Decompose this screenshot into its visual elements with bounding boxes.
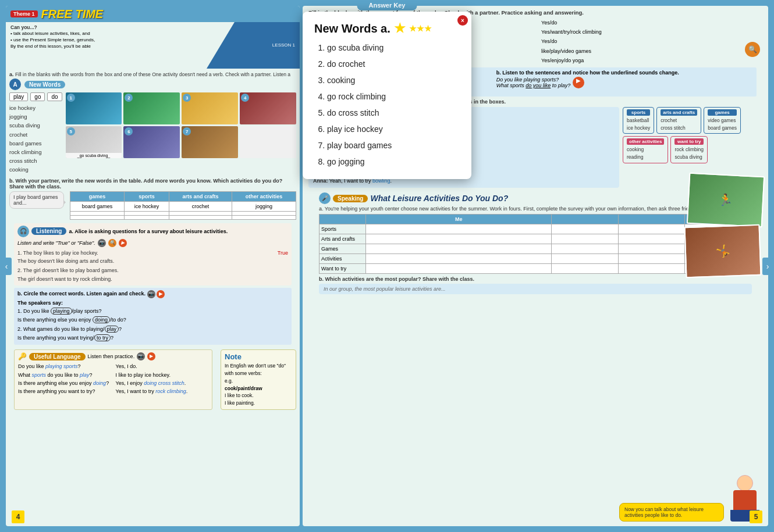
popular-answer-box: In our group, the most popular leisure a… xyxy=(319,284,752,294)
speakers-say: The speakers say: xyxy=(17,300,288,306)
table-section: b. With your partner, write the new word… xyxy=(9,177,296,221)
modal-stars: ★★★ xyxy=(409,24,432,33)
answer-item-3: cooking xyxy=(327,72,460,88)
word-box-sports: sports basketballice hockey xyxy=(623,107,654,134)
listen-instruction-b: Listen and write "True" or "False". xyxy=(17,240,95,246)
listening-icon: 🎧 xyxy=(17,226,29,237)
verb-play: play xyxy=(9,92,28,101)
mic-icon: 📷 xyxy=(98,239,106,247)
can-you-area: Can you...? • talk about leisure activit… xyxy=(6,22,207,52)
page-number-left: 4 xyxy=(12,510,24,523)
left-top-bar: Theme 1 FREE TIME xyxy=(6,6,300,22)
image-3: 3 xyxy=(182,92,238,124)
activities-table: games sports arts and crafts other activ… xyxy=(70,191,296,220)
row-sports: Sports xyxy=(319,224,366,234)
image-placeholder xyxy=(240,126,296,158)
character-speech-bubble: Now you can talk about what leisure acti… xyxy=(619,503,724,522)
next-icon: › xyxy=(766,262,769,271)
note-content: In English we don't use "do" with some v… xyxy=(225,362,292,407)
image-1: 1 xyxy=(66,92,122,124)
verb-do: do xyxy=(47,92,62,101)
answer-key-modal: × New Words a. ★ ★★★ go scuba diving do … xyxy=(303,12,471,179)
key-icon: 🔑 xyxy=(18,352,27,360)
audio-icon-circle[interactable]: ▶ xyxy=(157,290,165,298)
theme-badge: Theme 1 xyxy=(10,10,38,17)
sound-example-1: Do you like playing sports? xyxy=(496,77,571,83)
word-box-arts: arts and crafts crochetcross stitch xyxy=(656,107,701,134)
new-words-icon: A xyxy=(9,78,21,90)
star-icon: ★ xyxy=(394,21,406,36)
circle-section: b. Circle the correct words. Listen agai… xyxy=(14,288,292,345)
fill-right-col: Yes/do Yes/want/try/rock climbing Yes/do… xyxy=(541,18,762,65)
prev-icon: ‹ xyxy=(5,262,8,271)
speech-bubble: I play board games and... xyxy=(9,191,64,209)
camera-icon-useful: 📷 xyxy=(137,352,145,360)
audio-icon-useful[interactable]: ▶ xyxy=(147,352,155,360)
page-spread: ‹ › Theme 1 FREE TIME Can you...? • talk… xyxy=(0,0,774,532)
useful-right-col: Yes, I do. I like to play ice hockey. Ye… xyxy=(116,362,209,396)
left-page: Theme 1 FREE TIME Can you...? • talk abo… xyxy=(6,6,300,526)
image-2: 2 xyxy=(123,92,180,124)
modal-close-button[interactable]: × xyxy=(457,15,468,26)
lesson-banner: LESSON 1 xyxy=(207,22,300,69)
popular-section: b. Which activities are the most popular… xyxy=(319,276,752,294)
answer-list: go scuba diving do crochet cooking go ro… xyxy=(314,40,460,170)
speaking-badge: Speaking xyxy=(333,195,368,202)
listening-items: 1. The boy likes to play ice hockey. Tru… xyxy=(17,249,288,284)
photo-2: 🤸 xyxy=(684,224,762,278)
lesson-label: LESSON 1 xyxy=(272,42,295,48)
useful-label: Useful Language xyxy=(29,353,86,360)
image-7: 7 xyxy=(182,126,238,158)
listening-instruction-a: a. Alice is asking questions for a surve… xyxy=(69,228,228,234)
audio-icon-sound2[interactable]: ▶ xyxy=(573,77,584,88)
verb-boxes: play go do xyxy=(9,92,62,101)
character-area: Now you can talk about what leisure acti… xyxy=(619,475,762,522)
useful-content: Do you like playing sports? What sports … xyxy=(18,362,208,396)
answer-item-5: do cross stitch xyxy=(327,105,460,121)
useful-header: 🔑 Useful Language Listen then practice. … xyxy=(18,352,208,360)
section-a-instruction: a. Fill in the blanks with the words fro… xyxy=(9,72,296,77)
sound-example-2: What sports do you like to play? xyxy=(496,83,571,88)
next-page-button[interactable]: › xyxy=(762,258,773,275)
search-icon-listening[interactable]: 🔍 xyxy=(108,239,116,247)
image-5: 5 _go scuba diving_ xyxy=(66,126,122,158)
page-title: FREE TIME xyxy=(41,8,104,21)
word-box-want-to-try: want to try rock climbingscuba diving xyxy=(670,136,708,163)
verb-go: go xyxy=(30,92,45,101)
note-box: Note In English we don't use "do" with s… xyxy=(221,349,296,410)
answer-item-7: play board games xyxy=(327,137,460,153)
audio-icon-listening[interactable]: ▶ xyxy=(119,239,127,247)
photo-1: 🏃 xyxy=(687,173,765,228)
new-words-label: New Words xyxy=(24,81,65,88)
word-box-other: other activities cookingreading xyxy=(623,136,668,163)
photo-collage: 🏃 🤸 xyxy=(679,174,764,279)
table-instruction: b. With your partner, write the new word… xyxy=(9,178,296,190)
camera-icon-circle: 📷 xyxy=(147,290,155,298)
circle-instruction: b. Circle the correct words. Listen agai… xyxy=(17,290,288,298)
useful-instruction: Listen then practice. xyxy=(88,354,135,359)
word-box-games: games video gamesboard games xyxy=(704,107,741,134)
lesson-objectives: • talk about leisure activities, likes, … xyxy=(10,30,202,50)
answer-item-8: go jogging xyxy=(327,153,460,170)
answer-item-4: go rock climbing xyxy=(327,88,460,105)
answer-item-2: do crochet xyxy=(327,56,460,72)
listening-header: 🎧 Listening a. Alice is asking questions… xyxy=(17,226,288,237)
image-4: 4 xyxy=(240,92,296,124)
row-want-to-try: Want to try xyxy=(319,264,366,274)
circle-items: 1. Do you like playing/play sports? Is t… xyxy=(17,307,288,342)
can-you-title: Can you...? xyxy=(10,24,37,30)
prev-page-button[interactable]: ‹ xyxy=(1,258,12,275)
answer-item-1: go scuba diving xyxy=(327,40,460,56)
row-activities: Activities xyxy=(319,254,366,264)
modal-title: New Words a. ★ ★★★ xyxy=(314,21,460,36)
row-games: Games xyxy=(319,244,366,254)
useful-language-section: 🔑 Useful Language Listen then practice. … xyxy=(14,349,212,410)
table-with-speech: I play board games and... games sports a… xyxy=(9,191,296,220)
answer-item-6: play ice hockey xyxy=(327,121,460,137)
listening-section: 🎧 Listening a. Alice is asking questions… xyxy=(14,223,292,286)
vocabulary-list: ice hockey jogging scuba diving crochet … xyxy=(9,103,62,174)
search-icon-float[interactable]: 🔍 xyxy=(745,42,760,57)
activity-images: 1 2 3 4 5 _go scuba diving xyxy=(66,92,296,158)
useful-left-col: Do you like playing sports? What sports … xyxy=(18,362,111,396)
sound-listen-b: b. Listen to the sentences and notice ho… xyxy=(496,70,752,76)
